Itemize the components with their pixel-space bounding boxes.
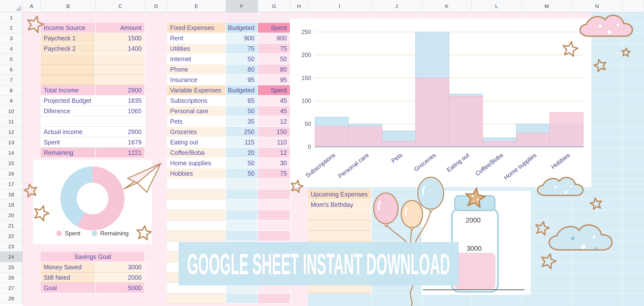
- row-header-17[interactable]: 17: [0, 179, 22, 189]
- expenses-spent-header[interactable]: Spent: [258, 23, 290, 33]
- expense-spent[interactable]: 45: [258, 106, 290, 116]
- income-cell-value[interactable]: [96, 75, 145, 85]
- income-header-amount[interactable]: Amount: [96, 23, 145, 33]
- row-header-21[interactable]: 21: [0, 221, 22, 231]
- expense-budgeted[interactable]: 20: [226, 148, 258, 158]
- expense-name[interactable]: Eating out: [167, 137, 226, 148]
- row-header-8[interactable]: 8: [0, 85, 22, 96]
- savings-value[interactable]: 5000: [96, 283, 145, 293]
- income-cell-label[interactable]: Projected Budget: [41, 96, 96, 106]
- column-header-B[interactable]: B: [41, 0, 96, 12]
- income-cell-label[interactable]: Diference: [41, 106, 96, 116]
- expense-empty-cell[interactable]: [258, 210, 290, 221]
- expense-name[interactable]: Phone: [167, 64, 226, 75]
- income-cell-value[interactable]: 2900: [96, 85, 145, 96]
- expense-empty-cell[interactable]: [258, 189, 290, 200]
- expense-spent[interactable]: 12: [258, 148, 290, 158]
- row-header-23[interactable]: 23: [0, 241, 22, 252]
- expense-empty-cell[interactable]: [258, 200, 290, 210]
- column-header-C[interactable]: C: [96, 0, 145, 12]
- expense-budgeted[interactable]: 95: [226, 75, 258, 85]
- expense-spent[interactable]: 75: [258, 44, 290, 54]
- expense-budgeted[interactable]: 80: [226, 64, 258, 75]
- expenses-section-header[interactable]: Fixed Expenses: [167, 23, 226, 33]
- income-cell-value[interactable]: [96, 116, 145, 127]
- income-cell-label[interactable]: [41, 54, 96, 64]
- row-header-15[interactable]: 15: [0, 158, 22, 168]
- column-header-L[interactable]: L: [472, 0, 522, 12]
- row-header-2[interactable]: 2: [0, 23, 22, 33]
- expense-spent[interactable]: 110: [258, 137, 290, 148]
- expense-name[interactable]: Coffee/Boba: [167, 148, 226, 158]
- row-header-19[interactable]: 19: [0, 200, 22, 210]
- income-cell-label[interactable]: Remaining: [41, 148, 96, 158]
- expense-empty-cell[interactable]: [167, 200, 226, 210]
- row-header-25[interactable]: 25: [0, 262, 22, 273]
- column-header-H[interactable]: H: [290, 0, 308, 12]
- expense-spent[interactable]: 75: [258, 168, 290, 179]
- row-header-11[interactable]: 11: [0, 116, 22, 127]
- row-header-27[interactable]: 27: [0, 283, 22, 293]
- expense-empty-cell[interactable]: [167, 293, 226, 304]
- expense-empty-cell[interactable]: [167, 189, 226, 200]
- income-cell-label[interactable]: Paycheck 2: [41, 44, 96, 54]
- expense-spent[interactable]: 45: [258, 96, 290, 106]
- expense-name[interactable]: Insurance: [167, 75, 226, 85]
- upcoming-item[interactable]: [308, 210, 372, 221]
- row-header-4[interactable]: 4: [0, 44, 22, 54]
- income-cell-label[interactable]: Actual income: [41, 127, 96, 137]
- row-header-24[interactable]: 24: [0, 252, 22, 262]
- expense-empty-cell[interactable]: [226, 221, 258, 231]
- expense-budgeted[interactable]: 900: [226, 33, 258, 44]
- expense-empty-cell[interactable]: [226, 200, 258, 210]
- column-header-J[interactable]: J: [372, 0, 422, 12]
- income-cell-value[interactable]: [96, 64, 145, 75]
- expense-name[interactable]: Pets: [167, 116, 226, 127]
- expense-spent[interactable]: 95: [258, 75, 290, 85]
- row-header-10[interactable]: 10: [0, 106, 22, 116]
- expense-empty-cell[interactable]: [258, 179, 290, 189]
- expense-name[interactable]: Personal care: [167, 106, 226, 116]
- row-header-26[interactable]: 26: [0, 273, 22, 283]
- expense-name[interactable]: Home supplies: [167, 158, 226, 168]
- income-cell-label[interactable]: Paycheck 1: [41, 33, 96, 44]
- column-header-I[interactable]: I: [308, 0, 372, 12]
- income-cell-value[interactable]: [96, 54, 145, 64]
- income-cell-label[interactable]: Total Income: [41, 85, 96, 96]
- expense-spent[interactable]: 150: [258, 127, 290, 137]
- column-header-K[interactable]: K: [422, 0, 472, 12]
- income-cell-label[interactable]: [41, 75, 96, 85]
- expense-spent[interactable]: 50: [258, 54, 290, 64]
- row-header-20[interactable]: 20: [0, 210, 22, 221]
- expenses-spent-header[interactable]: Spent: [258, 85, 290, 96]
- expense-spent[interactable]: 30: [258, 158, 290, 168]
- expense-empty-cell[interactable]: [258, 293, 290, 304]
- select-all-corner[interactable]: [0, 0, 22, 12]
- income-cell-value[interactable]: 1065: [96, 106, 145, 116]
- row-header-16[interactable]: 16: [0, 168, 22, 179]
- row-header-14[interactable]: 14: [0, 148, 22, 158]
- expense-budgeted[interactable]: 50: [226, 168, 258, 179]
- row-header-13[interactable]: 13: [0, 137, 22, 148]
- income-cell-value[interactable]: 1400: [96, 44, 145, 54]
- column-header-extra[interactable]: [622, 0, 644, 12]
- expense-budgeted[interactable]: 75: [226, 44, 258, 54]
- expense-empty-cell[interactable]: [258, 221, 290, 231]
- expense-budgeted[interactable]: 65: [226, 96, 258, 106]
- income-cell-value[interactable]: 1679: [96, 137, 145, 148]
- expense-name[interactable]: Internet: [167, 54, 226, 64]
- expense-empty-cell[interactable]: [167, 210, 226, 221]
- expenses-budgeted-header[interactable]: Budgeted: [226, 85, 258, 96]
- expense-budgeted[interactable]: 35: [226, 116, 258, 127]
- income-cell-label[interactable]: Spent: [41, 137, 96, 148]
- income-cell-value[interactable]: 1500: [96, 33, 145, 44]
- expense-budgeted[interactable]: 50: [226, 106, 258, 116]
- expense-empty-cell[interactable]: [226, 179, 258, 189]
- income-cell-value[interactable]: 2900: [96, 127, 145, 137]
- expense-name[interactable]: Hobbies: [167, 168, 226, 179]
- expense-name[interactable]: Subscriptions: [167, 96, 226, 106]
- expense-budgeted[interactable]: 115: [226, 137, 258, 148]
- column-header-F[interactable]: F: [226, 0, 258, 12]
- expense-empty-cell[interactable]: [167, 179, 226, 189]
- row-header-7[interactable]: 7: [0, 75, 22, 85]
